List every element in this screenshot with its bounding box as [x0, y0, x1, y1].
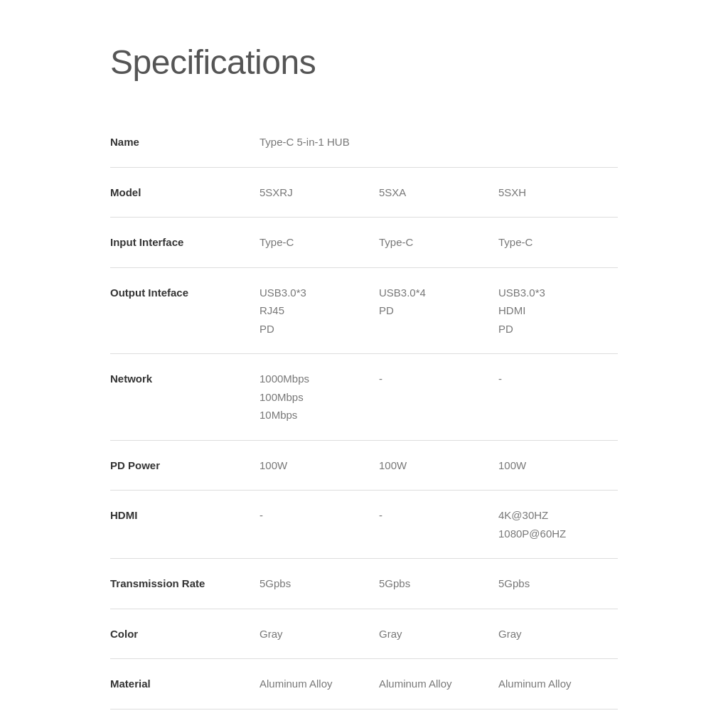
row-label: Network [110, 354, 259, 441]
row-label: Input Interface [110, 218, 259, 268]
page-container: Specifications NameType-C 5-in-1 HUBMode… [0, 0, 728, 728]
row-label: Color [110, 609, 259, 659]
table-row: Network1000Mbps100Mbps10Mbps-- [110, 354, 618, 441]
specs-table: NameType-C 5-in-1 HUBModel5SXRJ5SXA5SXHI… [110, 117, 618, 710]
row-col2: USB3.0*4PD [379, 267, 498, 354]
table-row: Input InterfaceType-CType-CType-C [110, 218, 618, 268]
row-label: Material [110, 659, 259, 710]
row-col1: 1000Mbps100Mbps10Mbps [259, 354, 379, 441]
row-label: Name [110, 117, 259, 167]
row-label: HDMI [110, 491, 259, 559]
row-col3: 5Gpbs [498, 559, 618, 609]
row-col3: - [498, 354, 618, 441]
row-col1: Gray [259, 609, 379, 659]
row-col3: Aluminum Alloy [498, 659, 618, 710]
table-row: HDMI--4K@30HZ1080P@60HZ [110, 491, 618, 559]
row-col3: 100W [498, 440, 618, 491]
row-col3: 4K@30HZ1080P@60HZ [498, 491, 618, 559]
table-row: MaterialAluminum AlloyAluminum AlloyAlum… [110, 659, 618, 710]
row-col2: 100W [379, 440, 498, 491]
row-col3: USB3.0*3HDMIPD [498, 267, 618, 354]
row-col1: 100W [259, 440, 379, 491]
row-col1: 5Gpbs [259, 559, 379, 609]
table-row: NameType-C 5-in-1 HUB [110, 117, 618, 167]
table-row: ColorGrayGrayGray [110, 609, 618, 659]
row-col2: - [379, 491, 498, 559]
row-label: Model [110, 167, 259, 218]
table-row: Output IntefaceUSB3.0*3RJ45PDUSB3.0*4PDU… [110, 267, 618, 354]
row-label: Transmission Rate [110, 559, 259, 609]
row-col3: 5SXH [498, 167, 618, 218]
row-col1: - [259, 491, 379, 559]
row-col1: 5SXRJ [259, 167, 379, 218]
row-label: PD Power [110, 440, 259, 491]
row-col2: Gray [379, 609, 498, 659]
row-col2: 5Gpbs [379, 559, 498, 609]
row-col2: 5SXA [379, 167, 498, 218]
row-col1: Type-C 5-in-1 HUB [259, 117, 618, 167]
row-label: Output Inteface [110, 267, 259, 354]
row-col3: Type-C [498, 218, 618, 268]
row-col2: - [379, 354, 498, 441]
row-col1: Type-C [259, 218, 379, 268]
table-row: Model5SXRJ5SXA5SXH [110, 167, 618, 218]
row-col2: Aluminum Alloy [379, 659, 498, 710]
row-col1: USB3.0*3RJ45PD [259, 267, 379, 354]
page-title: Specifications [110, 43, 618, 82]
row-col3: Gray [498, 609, 618, 659]
row-col2: Type-C [379, 218, 498, 268]
table-row: Transmission Rate5Gpbs5Gpbs5Gpbs [110, 559, 618, 609]
row-col1: Aluminum Alloy [259, 659, 379, 710]
table-row: PD Power100W100W100W [110, 440, 618, 491]
